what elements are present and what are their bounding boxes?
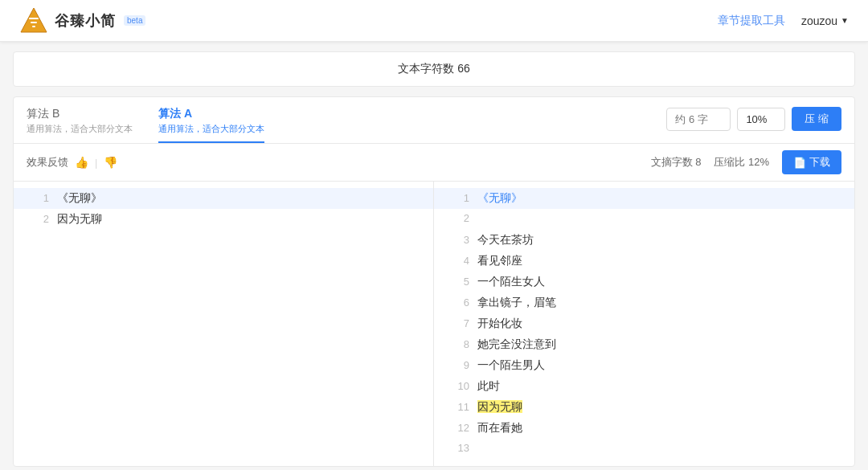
header-right: 章节提取工具 zouzou ▼ [718, 14, 849, 28]
line-number: 12 [447, 422, 469, 434]
line-number: 2 [447, 212, 469, 224]
line-number: 3 [447, 234, 469, 246]
table-row: 2因为无聊 [14, 209, 433, 230]
line-text: 《无聊》 [477, 191, 841, 206]
line-text: 因为无聊 [57, 212, 420, 227]
line-number: 5 [447, 276, 469, 288]
download-button[interactable]: 📄 下载 [782, 150, 841, 174]
table-row: 9一个陌生男人 [434, 355, 854, 376]
line-text: 《无聊》 [57, 191, 420, 206]
tab-algorithm-a[interactable]: 算法 A 通用算法，适合大部分文本 [158, 107, 264, 143]
thumb-down-icon[interactable]: 👎 [104, 156, 117, 169]
table-row: 2 [434, 209, 854, 230]
col-right: 1《无聊》23今天在茶坊4看见邻座5一个陌生女人6拿出镜子，眉笔7开始化妆8她完… [434, 182, 854, 466]
divider: | [95, 157, 97, 169]
line-text: 而在看她 [477, 421, 841, 435]
logo-text: 谷臻小简 [55, 11, 116, 31]
main-content: 算法 B 通用算法，适合大部分文本 算法 A 通用算法，适合大部分文本 压 缩 … [13, 96, 855, 467]
svg-rect-3 [32, 26, 35, 27]
line-text: 一个陌生女人 [477, 275, 841, 289]
line-number: 7 [447, 317, 469, 329]
table-row: 5一个陌生女人 [434, 272, 854, 292]
table-row [14, 230, 433, 251]
tabs-area: 算法 B 通用算法，适合大部分文本 算法 A 通用算法，适合大部分文本 压 缩 [14, 97, 854, 144]
table-row: 1《无聊》 [14, 188, 433, 209]
feedback-right: 文摘字数 8 压缩比 12% 📄 下载 [651, 150, 841, 174]
line-text: 她完全没注意到 [477, 337, 841, 352]
line-text: 因为无聊 [477, 400, 841, 415]
line-number: 4 [447, 255, 469, 267]
table-row: 13 [434, 439, 854, 460]
svg-rect-1 [29, 18, 39, 19]
user-menu[interactable]: zouzou ▼ [801, 14, 849, 27]
logo-area: 谷臻小简 beta [19, 6, 145, 35]
tab-a-sub: 通用算法，适合大部分文本 [158, 123, 264, 135]
chapter-tool-link[interactable]: 章节提取工具 [718, 14, 785, 28]
table-row: 1《无聊》 [434, 188, 854, 209]
columns-area: 1《无聊》2因为无聊 1《无聊》23今天在茶坊4看见邻座5一个陌生女人6拿出镜子… [14, 182, 854, 466]
header: 谷臻小简 beta 章节提取工具 zouzou ▼ [0, 0, 868, 42]
table-row: 4看见邻座 [434, 251, 854, 272]
table-row: 3今天在茶坊 [434, 230, 854, 251]
percent-input[interactable] [737, 108, 785, 131]
line-number: 13 [447, 442, 469, 454]
chevron-down-icon: ▼ [841, 16, 849, 25]
feedback-row: 效果反馈 👍 | 👎 文摘字数 8 压缩比 12% 📄 下载 [14, 144, 854, 182]
table-row: 11因为无聊 [434, 397, 854, 418]
line-number: 1 [27, 192, 49, 204]
line-number: 8 [447, 338, 469, 350]
user-name: zouzou [801, 14, 837, 27]
col-left: 1《无聊》2因为无聊 [14, 182, 434, 466]
compress-controls: 压 缩 [666, 107, 841, 137]
compress-ratio: 压缩比 12% [714, 155, 769, 170]
svg-rect-2 [31, 22, 37, 23]
text-count-label: 文本字符数 66 [398, 62, 469, 75]
download-label: 下载 [809, 155, 830, 170]
logo-icon [19, 6, 48, 35]
table-row: 6拿出镜子，眉笔 [434, 292, 854, 313]
table-row: 12而在看她 [434, 418, 854, 439]
compress-button[interactable]: 压 缩 [792, 107, 841, 131]
line-number: 2 [27, 213, 49, 225]
feedback-label: 效果反馈 [27, 155, 68, 170]
line-number: 6 [447, 296, 469, 309]
feedback-left: 效果反馈 👍 | 👎 [27, 155, 117, 170]
table-row: 7开始化妆 [434, 313, 854, 334]
line-text: 一个陌生男人 [477, 358, 841, 373]
tabs-left: 算法 B 通用算法，适合大部分文本 算法 A 通用算法，适合大部分文本 [27, 107, 264, 143]
line-number: 11 [447, 401, 469, 413]
text-count-bar: 文本字符数 66 [13, 51, 855, 87]
line-text: 拿出镜子，眉笔 [477, 296, 841, 310]
line-number: 9 [447, 359, 469, 371]
svg-marker-0 [21, 8, 47, 32]
line-text: 看见邻座 [477, 254, 841, 268]
table-row: 10此时 [434, 376, 854, 397]
line-text: 今天在茶坊 [477, 233, 841, 247]
line-text: 此时 [477, 379, 841, 394]
download-icon: 📄 [793, 157, 806, 169]
table-row: 8她完全没注意到 [434, 334, 854, 355]
tab-a-label: 算法 A [158, 107, 192, 121]
line-number: 10 [447, 380, 469, 392]
tab-algorithm-b[interactable]: 算法 B 通用算法，适合大部分文本 [27, 107, 133, 141]
line-text: 开始化妆 [477, 317, 841, 331]
word-count-input[interactable] [666, 108, 731, 131]
doc-count: 文摘字数 8 [651, 155, 702, 170]
line-number: 1 [447, 192, 469, 204]
tab-b-label: 算法 B [27, 107, 59, 121]
tab-b-sub: 通用算法，适合大部分文本 [27, 123, 133, 135]
beta-badge: beta [124, 15, 145, 26]
thumb-up-icon[interactable]: 👍 [75, 156, 88, 169]
